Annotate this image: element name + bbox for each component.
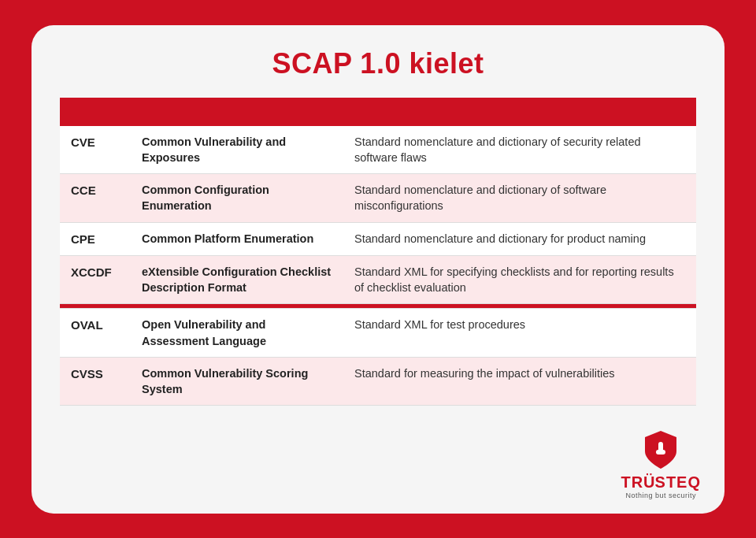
- cell-desc: Standard XML for specifying checklists a…: [343, 255, 696, 304]
- header-desc: [343, 98, 696, 126]
- page-title: SCAP 1.0 kielet: [60, 47, 696, 80]
- logo-u-letter: Ü: [643, 473, 654, 492]
- logo-tagline: Nothing but security: [625, 492, 696, 499]
- table-row: CPE Common Platform Enumeration Standard…: [60, 222, 696, 255]
- table-row: XCCDF eXtensible Configuration Checklist…: [60, 255, 696, 304]
- cell-abbr: CVSS: [60, 357, 131, 406]
- cell-name: Common Vulnerability Scoring System: [131, 357, 343, 406]
- scap-table: CVE Common Vulnerability and Exposures S…: [60, 98, 696, 406]
- main-card: SCAP 1.0 kielet CVE Common Vulnerability…: [32, 25, 724, 514]
- table-row: CCE Common Configuration Enumeration Sta…: [60, 174, 696, 223]
- logo-area: TR Ü STEQ Nothing but security: [621, 429, 701, 499]
- cell-name: Common Platform Enumeration: [131, 222, 343, 255]
- header-abbr: [60, 98, 131, 126]
- cell-abbr: XCCDF: [60, 255, 131, 304]
- table-row: OVAL Open Vulnerability and Assessment L…: [60, 309, 696, 358]
- cell-abbr: CPE: [60, 222, 131, 255]
- trusteq-shield-icon: [643, 429, 678, 470]
- cell-desc: Standard nomenclature and dictionary for…: [343, 222, 696, 255]
- table-row: CVE Common Vulnerability and Exposures S…: [60, 126, 696, 174]
- cell-abbr: CVE: [60, 126, 131, 174]
- svg-rect-1: [656, 450, 665, 455]
- cell-desc: Standard XML for test procedures: [343, 309, 696, 358]
- cell-desc: Standard nomenclature and dictionary of …: [343, 174, 696, 223]
- cell-name: Open Vulnerability and Assessment Langua…: [131, 309, 343, 358]
- cell-desc: Standard for measuring the impact of vul…: [343, 357, 696, 406]
- cell-name: Common Vulnerability and Exposures: [131, 126, 343, 174]
- cell-name: eXtensible Configuration Checklist Descr…: [131, 255, 343, 304]
- cell-abbr: OVAL: [60, 309, 131, 358]
- cell-abbr: CCE: [60, 174, 131, 223]
- cell-desc: Standard nomenclature and dictionary of …: [343, 126, 696, 174]
- logo-text: TR: [621, 473, 643, 492]
- logo-text2: STEQ: [655, 473, 701, 492]
- table-row: CVSS Common Vulnerability Scoring System…: [60, 357, 696, 406]
- header-name: [131, 98, 343, 126]
- cell-name: Common Configuration Enumeration: [131, 174, 343, 223]
